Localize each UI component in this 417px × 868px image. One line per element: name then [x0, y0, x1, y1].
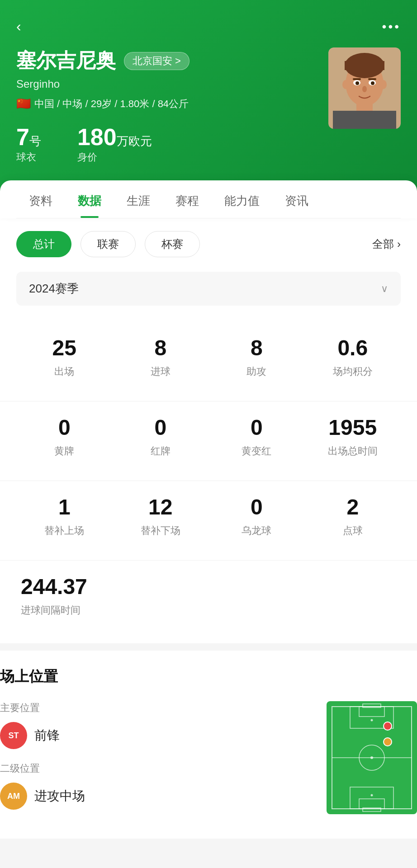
tabs: 资料 数据 生涯 赛程 能力值 资讯 [16, 180, 401, 218]
secondary-position: 二级位置 AM 进攻中场 [0, 762, 308, 810]
jersey-label: 球衣 [16, 151, 41, 164]
stat-assists: 8 助攻 [208, 322, 305, 392]
stat-avg-score: 0.6 场均积分 [305, 322, 401, 392]
content-area: 总计 联赛 杯赛 全部 › 2024赛季 ∨ 25 出场 8 进球 8 助攻 0… [0, 218, 417, 643]
stats-row-1: 25 出场 8 进球 8 助攻 0.6 场均积分 [16, 322, 401, 392]
hero-section: ‹ ••• 塞尔吉尼奥 北京国安 > Serginho 🇨🇳 中国 / 中场 /… [0, 0, 417, 191]
player-name-zh: 塞尔吉尼奥 [16, 47, 116, 74]
pill-league[interactable]: 联赛 [81, 231, 136, 257]
player-meta: 🇨🇳 中国 / 中场 / 29岁 / 1.80米 / 84公斤 [16, 97, 328, 111]
tabs-container: 资料 数据 生涯 赛程 能力值 资讯 [0, 180, 417, 218]
primary-pos-label: 主要位置 [0, 701, 308, 715]
section-divider [0, 643, 417, 651]
season-selector[interactable]: 2024赛季 ∨ [16, 272, 401, 306]
jersey-stat: 7号 球衣 [16, 123, 41, 164]
svg-point-19 [370, 756, 373, 759]
filter-all[interactable]: 全部 › [372, 237, 401, 251]
value-stat: 180万欧元 身价 [77, 123, 152, 164]
svg-point-12 [362, 86, 367, 92]
primary-pos-item: ST 前锋 [0, 722, 308, 749]
player-meta-text: 中国 / 中场 / 29岁 / 1.80米 / 84公斤 [34, 97, 189, 111]
stat-penalty: 2 点球 [305, 481, 401, 551]
club-badge[interactable]: 北京国安 > [124, 52, 190, 70]
stat-sub-off: 12 替补下场 [113, 481, 209, 551]
section-title-position: 场上位置 [0, 667, 417, 687]
primary-position: 主要位置 ST 前锋 [0, 701, 308, 749]
tab-zixun[interactable]: 资讯 [272, 180, 321, 218]
jersey-number: 7号 [16, 123, 41, 151]
player-face [328, 47, 401, 129]
position-section: 场上位置 主要位置 ST 前锋 二级位置 AM 进攻中场 [0, 651, 417, 839]
position-labels: 主要位置 ST 前锋 二级位置 AM 进攻中场 [0, 701, 308, 822]
svg-rect-5 [345, 61, 384, 70]
tab-saicheng[interactable]: 赛程 [163, 180, 212, 218]
stat-red: 0 红牌 [113, 401, 209, 472]
svg-point-9 [371, 81, 374, 85]
goal-interval-stat: 244.37 进球间隔时间 [16, 561, 401, 631]
primary-pos-name: 前锋 [34, 727, 60, 744]
stat-total-time: 1955 出场总时间 [305, 401, 401, 472]
pill-total[interactable]: 总计 [16, 231, 71, 257]
svg-point-14 [380, 80, 387, 89]
stat-yellow-red: 0 黄变红 [208, 401, 305, 472]
pill-cup[interactable]: 杯赛 [145, 231, 200, 257]
stat-sub-on: 1 替补上场 [16, 481, 113, 551]
svg-point-22 [371, 719, 373, 722]
player-photo [328, 47, 401, 129]
svg-point-29 [384, 738, 392, 746]
secondary-pos-label: 二级位置 [0, 762, 308, 775]
field-diagram [327, 701, 417, 814]
tab-shengya[interactable]: 生涯 [114, 180, 163, 218]
secondary-pos-item: AM 进攻中场 [0, 783, 308, 810]
svg-point-8 [355, 81, 359, 85]
chevron-down-icon: ∨ [381, 283, 388, 295]
flag-icon: 🇨🇳 [16, 97, 31, 111]
more-button[interactable]: ••• [382, 19, 401, 34]
player-name-row: 塞尔吉尼奥 北京国安 > [16, 47, 328, 74]
hero-main: 塞尔吉尼奥 北京国安 > Serginho 🇨🇳 中国 / 中场 / 29岁 /… [16, 47, 401, 164]
tab-ziliao[interactable]: 资料 [16, 180, 65, 218]
filter-row: 总计 联赛 杯赛 全部 › [16, 231, 401, 257]
tab-nenglizhi[interactable]: 能力值 [212, 180, 272, 218]
svg-point-25 [371, 794, 373, 797]
hero-info: 塞尔吉尼奥 北京国安 > Serginho 🇨🇳 中国 / 中场 / 29岁 /… [16, 47, 328, 164]
svg-rect-2 [333, 111, 396, 129]
svg-point-13 [342, 80, 349, 89]
season-label: 2024赛季 [29, 281, 79, 297]
secondary-pos-name: 进攻中场 [34, 788, 85, 805]
st-badge: ST [0, 722, 27, 749]
am-badge: AM [0, 783, 27, 810]
stats-row-2: 0 黄牌 0 红牌 0 黄变红 1955 出场总时间 [16, 401, 401, 472]
tab-shuju[interactable]: 数据 [65, 180, 114, 218]
position-content: 主要位置 ST 前锋 二级位置 AM 进攻中场 [0, 701, 417, 822]
svg-point-28 [384, 722, 392, 730]
player-name-en: Serginho [16, 78, 328, 90]
svg-rect-10 [353, 78, 361, 80]
value-label: 身价 [77, 151, 152, 164]
top-bar: ‹ ••• [16, 18, 401, 35]
player-value: 180万欧元 [77, 123, 152, 151]
stats-row-3: 1 替补上场 12 替补下场 0 乌龙球 2 点球 [16, 481, 401, 551]
stat-goals: 8 进球 [113, 322, 209, 392]
svg-rect-11 [368, 78, 376, 80]
stat-appearances: 25 出场 [16, 322, 113, 392]
stat-yellow: 0 黄牌 [16, 401, 113, 472]
player-stats-row: 7号 球衣 180万欧元 身价 [16, 123, 328, 164]
back-button[interactable]: ‹ [16, 18, 21, 35]
stat-own-goal: 0 乌龙球 [208, 481, 305, 551]
